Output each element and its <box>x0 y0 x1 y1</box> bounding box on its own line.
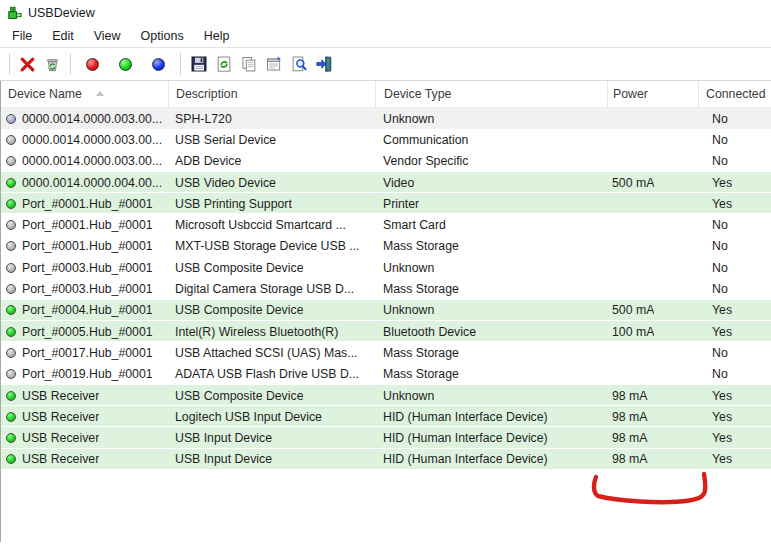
find-button[interactable] <box>289 52 308 76</box>
table-cell <box>607 278 698 299</box>
column-label: Device Name <box>8 87 82 101</box>
device-name: 0000.0014.0000.004.00... <box>22 176 162 190</box>
table-cell: Port_#0003.Hub_#0001 <box>0 257 168 278</box>
menu-help[interactable]: Help <box>194 26 240 47</box>
uninstall-button[interactable] <box>43 52 62 76</box>
device-connected: Yes <box>712 197 732 211</box>
table-cell: Yes <box>698 449 771 470</box>
table-cell: Intel(R) Wireless Bluetooth(R) <box>168 321 375 342</box>
green-ball-connect-icon <box>119 58 132 71</box>
table-row[interactable]: Port_#0001.Hub_#0001USB Printing Support… <box>0 193 771 214</box>
menu-file[interactable]: File <box>2 26 42 47</box>
table-cell: Microsoft Usbccid Smartcard ... <box>168 214 375 235</box>
table-row[interactable]: Port_#0019.Hub_#0001ADATA USB Flash Driv… <box>0 364 771 385</box>
device-power: 98 mA <box>612 431 648 445</box>
uninstall-icon <box>44 56 61 73</box>
delete-icon <box>19 56 36 73</box>
column-header-description[interactable]: Description <box>168 81 375 107</box>
device-name: USB Receiver <box>22 452 99 466</box>
menu-edit[interactable]: Edit <box>42 26 84 47</box>
table-cell: USB Receiver <box>0 427 168 448</box>
table-cell: Unknown <box>375 385 607 406</box>
device-type: Mass Storage <box>383 239 459 253</box>
table-row[interactable]: Port_#0017.Hub_#0001USB Attached SCSI (U… <box>0 342 771 363</box>
table-row[interactable]: 0000.0014.0000.003.00...SPH-L720UnknownN… <box>0 108 771 129</box>
refresh-icon <box>215 55 233 73</box>
table-cell: MXT-USB Storage Device USB ... <box>168 236 375 257</box>
table-cell: Yes <box>698 321 771 342</box>
device-connected: Yes <box>712 325 732 339</box>
table-row[interactable]: Port_#0003.Hub_#0001USB Composite Device… <box>0 257 771 278</box>
properties-button[interactable] <box>264 52 283 76</box>
device-connected: Yes <box>712 303 732 317</box>
table-row[interactable]: Port_#0001.Hub_#0001Microsoft Usbccid Sm… <box>0 214 771 235</box>
table-cell: 500 mA <box>607 300 698 321</box>
device-type: Bluetooth Device <box>383 325 476 339</box>
table-row[interactable]: 0000.0014.0000.003.00...USB Serial Devic… <box>0 129 771 150</box>
device-status-ball-icon <box>6 220 16 230</box>
table-cell: No <box>698 257 771 278</box>
blue-ball-button[interactable] <box>149 52 168 76</box>
table-row[interactable]: USB ReceiverUSB Input DeviceHID (Human I… <box>0 449 771 470</box>
column-header-connected[interactable]: Connected <box>698 81 771 107</box>
table-row[interactable]: 0000.0014.0000.003.00...ADB DeviceVendor… <box>0 151 771 172</box>
table-row[interactable]: Port_#0001.Hub_#0001MXT-USB Storage Devi… <box>0 236 771 257</box>
device-description: USB Composite Device <box>175 261 303 275</box>
device-connected: No <box>712 112 728 126</box>
device-power: 98 mA <box>612 452 648 466</box>
delete-button[interactable] <box>18 52 37 76</box>
table-cell: 0000.0014.0000.003.00... <box>0 129 168 150</box>
column-header-device-name[interactable]: Device Name <box>0 81 168 107</box>
save-button[interactable] <box>189 52 208 76</box>
menu-bar: File Edit View Options Help <box>0 25 771 48</box>
exit-button[interactable] <box>314 52 333 76</box>
table-cell: 98 mA <box>607 406 698 427</box>
table-row[interactable]: USB ReceiverLogitech USB Input DeviceHID… <box>0 406 771 427</box>
table-cell: Yes <box>698 300 771 321</box>
menu-options[interactable]: Options <box>131 26 194 47</box>
device-connected: No <box>712 154 728 168</box>
table-row[interactable]: 0000.0014.0000.004.00...USB Video Device… <box>0 172 771 193</box>
column-header-power[interactable]: Power <box>607 81 698 107</box>
device-description: Digital Camera Storage USB D... <box>175 282 354 296</box>
device-name: Port_#0017.Hub_#0001 <box>22 346 153 360</box>
copy-button[interactable] <box>239 52 258 76</box>
column-label: Description <box>176 87 238 101</box>
device-status-ball-icon <box>6 412 16 422</box>
device-description: USB Input Device <box>175 452 272 466</box>
disconnect-selected-button[interactable] <box>83 52 102 76</box>
table-cell: No <box>698 364 771 385</box>
table-cell: USB Printing Support <box>168 193 375 214</box>
table-cell: Yes <box>698 385 771 406</box>
device-list: Device Name Description Device Type Powe… <box>0 81 771 552</box>
usbdeview-app-icon <box>6 4 23 21</box>
connect-selected-button[interactable] <box>116 52 135 76</box>
table-row[interactable]: Port_#0005.Hub_#0001Intel(R) Wireless Bl… <box>0 321 771 342</box>
table-row[interactable]: Port_#0003.Hub_#0001Digital Camera Stora… <box>0 278 771 299</box>
device-status-ball-icon <box>6 156 16 166</box>
column-header-device-type[interactable]: Device Type <box>375 81 607 107</box>
table-cell: Yes <box>698 193 771 214</box>
table-cell <box>607 151 698 172</box>
device-type: HID (Human Interface Device) <box>383 431 548 445</box>
menu-view[interactable]: View <box>84 26 131 47</box>
toolbar-separator <box>180 53 181 75</box>
table-cell: Port_#0005.Hub_#0001 <box>0 321 168 342</box>
table-cell: ADB Device <box>168 151 375 172</box>
table-cell: USB Receiver <box>0 385 168 406</box>
column-label: Device Type <box>384 87 451 101</box>
table-cell: USB Composite Device <box>168 257 375 278</box>
table-row[interactable]: Port_#0004.Hub_#0001USB Composite Device… <box>0 300 771 321</box>
table-row[interactable]: USB ReceiverUSB Composite DeviceUnknown9… <box>0 385 771 406</box>
table-cell: 98 mA <box>607 449 698 470</box>
device-name: USB Receiver <box>22 431 99 445</box>
refresh-button[interactable] <box>214 52 233 76</box>
device-status-ball-icon <box>6 433 16 443</box>
titlebar: USBDeview <box>0 0 771 25</box>
table-cell: 0000.0014.0000.003.00... <box>0 108 168 129</box>
column-label: Connected <box>706 87 765 101</box>
table-cell: Mass Storage <box>375 364 607 385</box>
device-connected: No <box>712 282 728 296</box>
device-description: Logitech USB Input Device <box>175 410 322 424</box>
table-row[interactable]: USB ReceiverUSB Input DeviceHID (Human I… <box>0 427 771 448</box>
